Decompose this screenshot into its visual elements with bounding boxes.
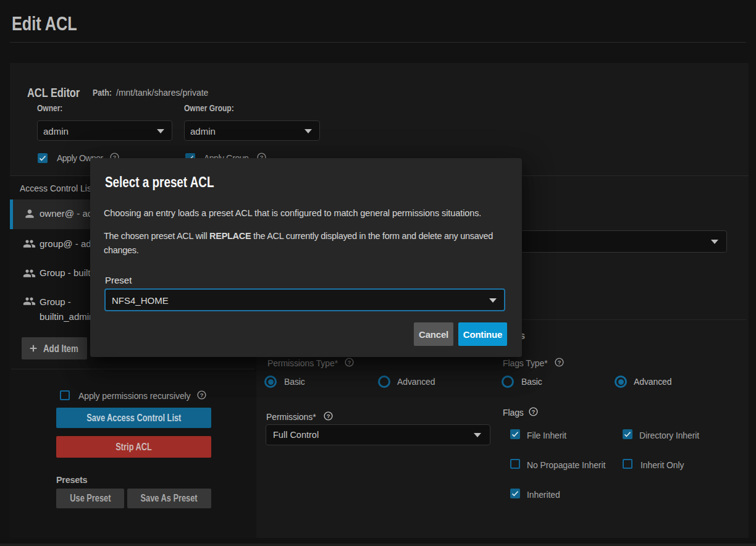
svg-text:?: ? bbox=[348, 359, 351, 366]
svg-text:?: ? bbox=[327, 413, 330, 419]
svg-text:?: ? bbox=[532, 409, 536, 415]
svg-text:?: ? bbox=[558, 359, 561, 366]
svg-text:?: ? bbox=[200, 392, 204, 398]
